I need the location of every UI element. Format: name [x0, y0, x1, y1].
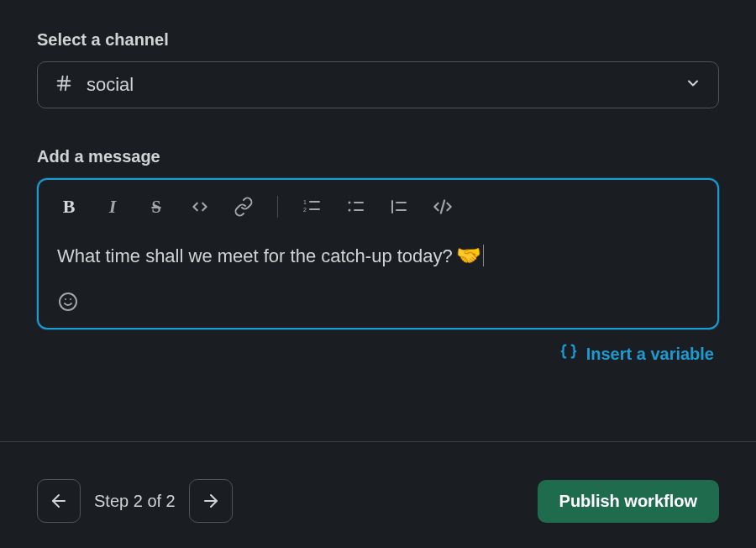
svg-line-3 — [66, 76, 67, 91]
channel-select[interactable]: social — [37, 61, 719, 108]
footer-divider — [0, 441, 756, 442]
next-step-button[interactable] — [189, 479, 233, 523]
braces-icon — [559, 343, 578, 366]
italic-button[interactable]: I — [101, 195, 124, 219]
svg-point-17 — [65, 298, 66, 300]
add-message-label: Add a message — [37, 147, 719, 166]
insert-variable-button[interactable]: Insert a variable — [559, 343, 714, 366]
blockquote-button[interactable] — [387, 195, 411, 219]
emoji-picker-button[interactable] — [57, 291, 79, 313]
svg-point-9 — [349, 209, 351, 212]
message-text-content[interactable]: What time shall we meet for the catch-up… — [57, 240, 699, 291]
chevron-down-icon — [685, 75, 701, 95]
publish-workflow-button[interactable]: Publish workflow — [538, 480, 719, 523]
svg-line-2 — [60, 76, 62, 91]
svg-text:2: 2 — [303, 207, 307, 213]
step-navigation: Step 2 of 2 — [37, 479, 233, 523]
svg-line-15 — [441, 200, 444, 213]
insert-variable-label: Insert a variable — [586, 345, 714, 364]
bold-button[interactable]: B — [57, 195, 81, 219]
handshake-emoji: 🤝 — [456, 240, 481, 271]
hash-icon — [55, 74, 73, 96]
svg-point-18 — [70, 298, 71, 300]
svg-point-16 — [60, 293, 76, 310]
previous-step-button[interactable] — [37, 479, 81, 523]
text-caret — [483, 245, 484, 266]
svg-text:1: 1 — [303, 199, 307, 205]
message-text: What time shall we meet for the catch-up… — [57, 242, 453, 270]
toolbar-divider — [277, 196, 278, 218]
step-indicator: Step 2 of 2 — [94, 492, 176, 511]
ordered-list-button[interactable]: 1 2 — [300, 195, 323, 219]
svg-point-8 — [349, 202, 351, 204]
strikethrough-button[interactable]: S — [144, 195, 168, 219]
message-editor[interactable]: B I S 1 2 — [37, 178, 719, 329]
code-button[interactable] — [188, 195, 212, 219]
channel-name: social — [87, 74, 134, 96]
code-block-button[interactable] — [431, 195, 454, 219]
formatting-toolbar: B I S 1 2 — [57, 195, 699, 240]
bullet-list-button[interactable] — [344, 195, 367, 219]
select-channel-label: Select a channel — [37, 30, 719, 50]
footer: Step 2 of 2 Publish workflow — [0, 454, 756, 548]
link-button[interactable] — [232, 195, 255, 219]
